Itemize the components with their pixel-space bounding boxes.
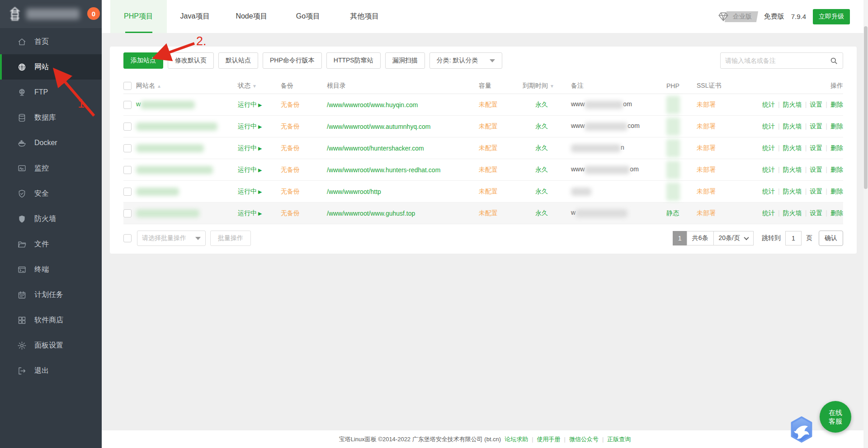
sidebar-item-logout[interactable]: 退出: [0, 358, 102, 383]
expire-time[interactable]: 永久: [523, 209, 571, 217]
waf-link[interactable]: 防火墙: [783, 101, 802, 108]
ssl-status[interactable]: 未部署: [697, 209, 751, 217]
xunlei-bird-icon[interactable]: [788, 416, 815, 443]
tab-0[interactable]: PHP项目: [110, 0, 167, 33]
site-status[interactable]: 运行中▶: [238, 144, 281, 152]
online-service-button[interactable]: 在线 客服: [820, 401, 851, 433]
stats-link[interactable]: 统计: [762, 166, 775, 173]
tab-2[interactable]: Node项目: [223, 0, 280, 33]
toolbar-button[interactable]: PHP命令行版本: [263, 52, 322, 69]
toolbar-button[interactable]: 漏洞扫描: [385, 52, 425, 69]
row-checkbox[interactable]: [123, 188, 132, 196]
sidebar-item-schedule[interactable]: 计划任务: [0, 282, 102, 307]
toolbar-button[interactable]: HTTPS防窜站: [326, 52, 381, 69]
site-remark[interactable]: wwwom: [571, 165, 666, 174]
toolbar-button[interactable]: 默认站点: [218, 52, 258, 69]
confirm-button[interactable]: 确认: [819, 231, 843, 246]
select-all-bottom-checkbox[interactable]: [123, 234, 132, 242]
capacity[interactable]: 未配置: [479, 209, 523, 217]
sidebar-item-ftp[interactable]: FTP: [0, 80, 102, 105]
php-version[interactable]: [666, 183, 697, 201]
row-checkbox[interactable]: [123, 209, 132, 217]
expire-time[interactable]: 永久: [523, 123, 571, 131]
delete-link[interactable]: 删除: [830, 101, 843, 108]
waf-link[interactable]: 防火墙: [783, 123, 802, 130]
tab-3[interactable]: Go项目: [280, 0, 336, 33]
ssl-status[interactable]: 未部署: [697, 166, 751, 174]
site-root-link[interactable]: /www/wwwroot/www.autumnhyq.com: [327, 123, 431, 130]
sidebar-item-shield-check[interactable]: 安全: [0, 181, 102, 206]
site-remark[interactable]: wwwcom: [571, 122, 666, 130]
col-name[interactable]: 网站名▲: [136, 82, 238, 90]
category-select[interactable]: 分类: 默认分类: [429, 52, 503, 69]
site-remark[interactable]: wwwom: [571, 100, 666, 108]
page-number-current[interactable]: 1: [673, 231, 687, 245]
php-version[interactable]: [666, 118, 697, 136]
stats-link[interactable]: 统计: [762, 144, 775, 151]
delete-link[interactable]: 删除: [830, 209, 843, 217]
site-status[interactable]: 运行中▶: [238, 209, 281, 217]
site-status[interactable]: 运行中▶: [238, 123, 281, 131]
expire-time[interactable]: 永久: [523, 101, 571, 109]
site-root-link[interactable]: /www/wwwroot/www.guhusf.top: [327, 210, 415, 217]
capacity[interactable]: 未配置: [479, 123, 523, 131]
backup-status[interactable]: 无备份: [281, 123, 327, 131]
capacity[interactable]: 未配置: [479, 101, 523, 109]
sidebar-item-monitor[interactable]: 监控: [0, 156, 102, 181]
waf-link[interactable]: 防火墙: [783, 188, 802, 195]
expire-time[interactable]: 永久: [523, 188, 571, 196]
select-all-checkbox[interactable]: [123, 82, 132, 90]
capacity[interactable]: 未配置: [479, 166, 523, 174]
settings-link[interactable]: 设置: [810, 101, 822, 108]
capacity[interactable]: 未配置: [479, 188, 523, 196]
capacity[interactable]: 未配置: [479, 144, 523, 152]
batch-apply-button[interactable]: 批量操作: [210, 231, 251, 246]
footer-link[interactable]: 微信公众号: [569, 435, 599, 443]
sidebar-item-firewall[interactable]: 防火墙: [0, 206, 102, 231]
waf-link[interactable]: 防火墙: [783, 166, 802, 173]
add-site-button[interactable]: 添加站点: [123, 52, 163, 69]
jump-page-input[interactable]: [785, 231, 802, 245]
site-remark[interactable]: w: [571, 209, 666, 217]
sidebar-item-database[interactable]: 数据库: [0, 105, 102, 130]
ssl-status[interactable]: 未部署: [697, 101, 751, 109]
ssl-status[interactable]: 未部署: [697, 188, 751, 196]
site-status[interactable]: 运行中▶: [238, 188, 281, 196]
settings-link[interactable]: 设置: [810, 188, 822, 195]
expire-time[interactable]: 永久: [523, 144, 571, 152]
delete-link[interactable]: 删除: [830, 123, 843, 130]
site-root-link[interactable]: /www/wwwroot/huntershacker.com: [327, 145, 424, 152]
stats-link[interactable]: 统计: [762, 209, 775, 217]
site-remark[interactable]: [571, 187, 666, 195]
backup-status[interactable]: 无备份: [281, 188, 327, 196]
backup-status[interactable]: 无备份: [281, 144, 327, 152]
site-status[interactable]: 运行中▶: [238, 166, 281, 174]
sidebar-item-globe[interactable]: 网站: [0, 54, 102, 80]
sidebar-item-folder[interactable]: 文件: [0, 231, 102, 257]
footer-link[interactable]: 使用手册: [537, 435, 561, 443]
message-count-badge[interactable]: 0: [87, 7, 100, 20]
tab-4[interactable]: 其他项目: [336, 0, 393, 33]
php-version[interactable]: [666, 139, 697, 157]
settings-link[interactable]: 设置: [810, 209, 822, 217]
batch-action-select[interactable]: 请选择批量操作: [137, 231, 206, 246]
stats-link[interactable]: 统计: [762, 101, 775, 108]
waf-link[interactable]: 防火墙: [783, 144, 802, 151]
row-checkbox[interactable]: [123, 166, 132, 174]
site-root-link[interactable]: /www/wwwroot/www.huyqin.com: [327, 101, 418, 108]
php-version[interactable]: 静态: [666, 209, 697, 217]
php-version[interactable]: [666, 96, 697, 114]
ssl-status[interactable]: 未部署: [697, 123, 751, 131]
site-root-link[interactable]: /www/wwwroot/http: [327, 188, 381, 195]
delete-link[interactable]: 删除: [830, 166, 843, 173]
sidebar-item-settings[interactable]: 面板设置: [0, 333, 102, 358]
ssl-status[interactable]: 未部署: [697, 144, 751, 152]
tab-1[interactable]: Java项目: [167, 0, 223, 33]
col-status[interactable]: 状态▼: [238, 82, 281, 90]
upgrade-button[interactable]: 立即升级: [813, 9, 850, 24]
scrollbar-thumb[interactable]: [864, 26, 868, 189]
site-remark[interactable]: n: [571, 144, 666, 152]
delete-link[interactable]: 删除: [830, 188, 843, 195]
backup-status[interactable]: 无备份: [281, 166, 327, 174]
col-expire[interactable]: 到期时间▼: [523, 82, 571, 90]
